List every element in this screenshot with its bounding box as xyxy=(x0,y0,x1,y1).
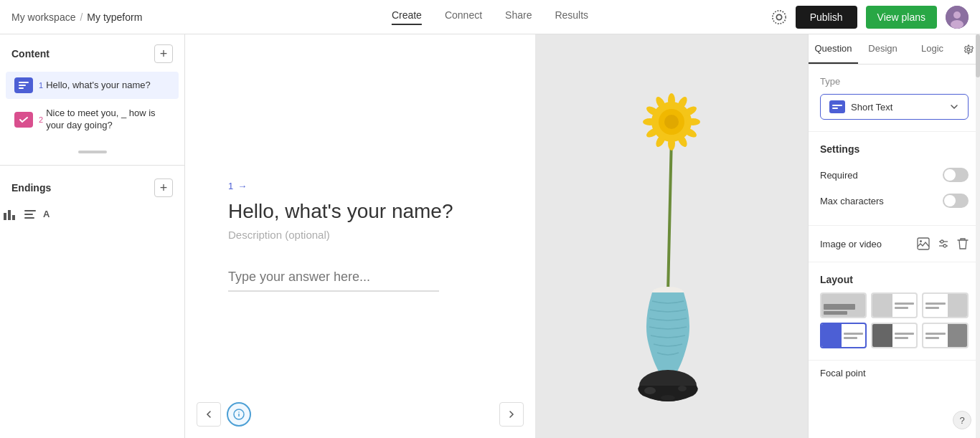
question-title[interactable]: Hello, what's your name? xyxy=(228,200,492,223)
question-2-text: Nice to meet you, _ how is your day goin… xyxy=(46,108,170,132)
preview-button[interactable] xyxy=(771,9,787,25)
publish-button[interactable]: Publish xyxy=(796,6,857,29)
svg-point-44 xyxy=(943,244,946,247)
tab-share[interactable]: Share xyxy=(505,9,532,25)
svg-point-4 xyxy=(951,20,963,29)
layout-section: Layout xyxy=(809,262,980,361)
question-number-indicator: 1 → xyxy=(228,181,492,191)
svg-rect-8 xyxy=(4,213,6,220)
endings-items: A xyxy=(0,204,184,224)
flower-image xyxy=(535,34,808,438)
svg-rect-12 xyxy=(24,214,33,215)
image-add-button[interactable] xyxy=(917,237,930,250)
panel-scrollbar-track xyxy=(976,34,980,438)
svg-rect-5 xyxy=(19,82,29,83)
max-characters-toggle[interactable] xyxy=(943,194,969,208)
svg-point-38 xyxy=(661,395,675,401)
help-button[interactable]: ? xyxy=(953,411,971,429)
workspace-link[interactable]: My workspace xyxy=(11,11,75,23)
layout-option-5[interactable] xyxy=(871,323,918,348)
current-form-name[interactable]: My typeform xyxy=(87,11,142,23)
question-description[interactable]: Description (optional) xyxy=(228,229,492,241)
layout-option-4[interactable] xyxy=(820,323,867,348)
image-delete-button[interactable] xyxy=(957,237,969,250)
panel-tabs: Question Design Logic xyxy=(809,34,980,65)
question-arrow: → xyxy=(237,181,247,191)
svg-point-3 xyxy=(953,11,961,19)
tab-results[interactable]: Results xyxy=(555,9,588,25)
type-icon-line-1 xyxy=(832,105,842,106)
settings-section: Settings Required Max characters xyxy=(809,132,980,226)
breadcrumb-separator: / xyxy=(80,11,83,23)
tab-logic[interactable]: Logic xyxy=(908,34,957,64)
image-video-actions xyxy=(917,237,969,250)
top-nav: My workspace / My typeform Create Connec… xyxy=(0,0,980,34)
question-card: 1 → Hello, what's your name? Description… xyxy=(185,34,535,438)
panel-scrollbar-thumb[interactable] xyxy=(976,34,980,77)
svg-point-43 xyxy=(941,240,943,243)
max-characters-row: Max characters xyxy=(820,188,969,214)
svg-point-36 xyxy=(644,387,656,394)
info-button[interactable] xyxy=(227,402,251,427)
image-video-label: Image or video xyxy=(820,239,882,249)
nav-right: Publish View plans xyxy=(771,6,969,29)
breadcrumb: My workspace / My typeform xyxy=(11,11,142,23)
collapse-sidebar-button[interactable] xyxy=(197,402,221,427)
svg-point-37 xyxy=(678,386,687,391)
endings-title: Endings xyxy=(11,182,51,194)
svg-point-25 xyxy=(686,118,700,125)
q2-number: 2 xyxy=(39,115,43,124)
view-plans-button[interactable]: View plans xyxy=(866,6,937,29)
tab-connect[interactable]: Connect xyxy=(445,9,482,25)
tab-create[interactable]: Create xyxy=(392,9,422,25)
layout-option-6[interactable] xyxy=(922,323,969,348)
type-selector-left: Short Text xyxy=(829,100,892,113)
focal-point-row: Focal point xyxy=(809,361,980,386)
svg-point-22 xyxy=(668,93,675,108)
avatar[interactable] xyxy=(946,6,969,29)
layout-option-2[interactable] xyxy=(871,292,918,318)
max-characters-toggle-knob xyxy=(944,195,956,206)
expand-button[interactable] xyxy=(499,402,524,427)
image-video-section: Image or video xyxy=(809,226,980,262)
chevron-down-icon xyxy=(949,102,959,112)
layout-option-3[interactable] xyxy=(922,292,969,318)
settings-label: Settings xyxy=(820,143,969,155)
svg-rect-13 xyxy=(24,217,34,219)
svg-rect-39 xyxy=(918,238,929,249)
canvas-left: 1 → Hello, what's your name? Description… xyxy=(185,34,535,438)
sidebar-scrollbar xyxy=(78,151,107,153)
ending-icon-text[interactable]: A xyxy=(23,207,50,222)
type-value: Short Text xyxy=(851,102,892,113)
layout-grid xyxy=(820,292,969,348)
type-icon xyxy=(829,100,845,113)
ending-icon-chart[interactable] xyxy=(3,207,17,222)
image-adjust-button[interactable] xyxy=(937,237,950,250)
svg-point-16 xyxy=(238,411,240,413)
nav-tabs: Create Connect Share Results xyxy=(392,9,588,25)
tab-question[interactable]: Question xyxy=(809,34,858,64)
tab-design[interactable]: Design xyxy=(858,34,908,64)
question-badge-1 xyxy=(14,77,33,93)
answer-input[interactable] xyxy=(228,264,439,292)
add-ending-button[interactable]: + xyxy=(154,178,173,197)
canvas-image xyxy=(535,34,808,438)
canvas-toolbar-right xyxy=(499,402,524,427)
layout-label: Layout xyxy=(820,274,969,285)
add-content-button[interactable]: + xyxy=(154,44,173,63)
required-row: Required xyxy=(820,162,969,188)
svg-rect-7 xyxy=(19,87,24,89)
endings-section-header: Endings + xyxy=(0,171,184,204)
layout-option-1[interactable] xyxy=(820,292,867,318)
question-item-1[interactable]: 1 Hello, what's your name? xyxy=(6,72,179,99)
question-item-2[interactable]: 2 Nice to meet you, _ how is your day go… xyxy=(6,102,179,138)
max-characters-label: Max characters xyxy=(820,196,884,206)
canvas-toolbar-left xyxy=(197,402,251,427)
sidebar-divider xyxy=(0,165,184,166)
svg-point-31 xyxy=(643,118,657,125)
svg-rect-6 xyxy=(19,85,26,86)
svg-rect-9 xyxy=(8,210,11,220)
type-icon-line-2 xyxy=(832,108,838,109)
required-toggle[interactable] xyxy=(943,168,969,182)
type-selector[interactable]: Short Text xyxy=(820,94,969,120)
